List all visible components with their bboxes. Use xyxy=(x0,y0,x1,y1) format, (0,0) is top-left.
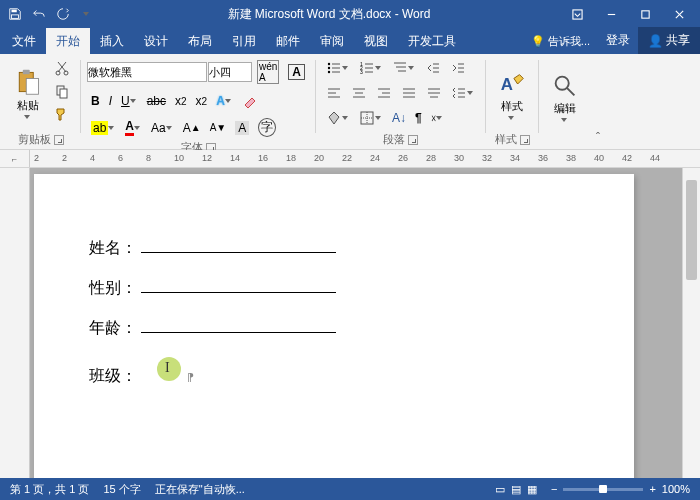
editing-button[interactable]: 编辑 xyxy=(545,57,585,135)
zoom-level[interactable]: 100% xyxy=(662,483,690,495)
zoom-slider[interactable] xyxy=(563,488,643,491)
page[interactable]: 姓名：性别：年龄：班级：⁋ xyxy=(34,174,634,478)
svg-rect-9 xyxy=(26,79,38,95)
styles-button[interactable]: A 样式 xyxy=(492,57,532,132)
close-icon[interactable] xyxy=(662,0,696,28)
group-paragraph: 123 A↓ ¶ ☓ 段落 xyxy=(318,57,483,149)
save-icon[interactable] xyxy=(4,3,26,25)
phonetic-guide-icon[interactable]: wénA xyxy=(253,57,283,87)
font-color-icon[interactable]: A xyxy=(121,116,146,139)
line-spacing-icon[interactable] xyxy=(447,82,479,104)
grow-font-icon[interactable]: A▲ xyxy=(179,118,205,138)
redo-icon[interactable] xyxy=(52,3,74,25)
font-name-combo[interactable] xyxy=(87,62,207,82)
maximize-icon[interactable] xyxy=(628,0,662,28)
indent-left-icon[interactable] xyxy=(421,57,445,79)
share-button[interactable]: 👤共享 xyxy=(638,27,700,54)
horizontal-ruler[interactable]: ⌐ 22468101214161820222426283032343638404… xyxy=(0,150,700,168)
strike-button[interactable]: abc xyxy=(143,91,170,111)
zoom-in-icon[interactable]: + xyxy=(649,483,655,495)
bullets-icon[interactable] xyxy=(322,57,354,79)
svg-text:3: 3 xyxy=(360,69,363,75)
align-center-icon[interactable] xyxy=(347,82,371,104)
window-title: 新建 Microsoft Word 文档.docx - Word xyxy=(98,6,560,23)
view-web-icon[interactable]: ▦ xyxy=(527,483,537,496)
underline-button[interactable]: U xyxy=(117,91,142,111)
shading-icon[interactable] xyxy=(322,107,354,129)
vertical-scrollbar[interactable] xyxy=(682,168,700,478)
tab-3[interactable]: 布局 xyxy=(178,28,222,54)
indent-right-icon[interactable] xyxy=(446,57,470,79)
form-field[interactable]: 年龄： xyxy=(89,317,579,339)
superscript-button[interactable]: x2 xyxy=(192,91,212,111)
svg-point-18 xyxy=(328,71,330,73)
svg-line-58 xyxy=(567,87,575,95)
clear-format-icon[interactable] xyxy=(238,90,262,112)
italic-button[interactable]: I xyxy=(105,91,116,111)
undo-icon[interactable] xyxy=(28,3,50,25)
copy-icon[interactable] xyxy=(50,80,74,102)
field-underline[interactable] xyxy=(141,237,336,253)
char-border-icon[interactable]: A xyxy=(284,61,309,83)
paste-button[interactable]: 粘贴 xyxy=(8,57,48,132)
collapse-ribbon-icon[interactable]: ˆ xyxy=(589,131,607,149)
sort-icon[interactable]: A↓ xyxy=(388,108,410,128)
subscript-button[interactable]: x2 xyxy=(171,91,191,111)
char-shading-icon[interactable]: A xyxy=(231,118,253,138)
show-marks-icon[interactable]: ¶ xyxy=(411,108,426,128)
share-icon: 👤 xyxy=(648,34,663,48)
tab-0[interactable]: 开始 xyxy=(46,28,90,54)
form-field[interactable]: 姓名： xyxy=(89,237,579,259)
align-left-icon[interactable] xyxy=(322,82,346,104)
vertical-ruler[interactable] xyxy=(0,168,30,478)
align-right-icon[interactable] xyxy=(372,82,396,104)
tab-file[interactable]: 文件 xyxy=(2,28,46,54)
enclose-char-icon[interactable]: 字 xyxy=(254,115,280,140)
shrink-font-icon[interactable]: A▼ xyxy=(206,119,231,136)
status-words[interactable]: 15 个字 xyxy=(103,482,140,497)
bold-button[interactable]: B xyxy=(87,91,104,111)
field-underline[interactable] xyxy=(141,317,336,333)
group-styles: A 样式 样式 xyxy=(488,57,536,149)
dialog-launcher-icon[interactable] xyxy=(520,135,530,145)
font-size-combo[interactable] xyxy=(208,62,252,82)
highlight-icon[interactable]: ab xyxy=(87,118,120,138)
tell-me[interactable]: 💡告诉我... xyxy=(523,29,598,54)
document-area[interactable]: 姓名：性别：年龄：班级：⁋ xyxy=(30,168,682,478)
zoom-out-icon[interactable]: − xyxy=(551,483,557,495)
format-painter-icon[interactable] xyxy=(50,103,74,125)
ribbon-options-icon[interactable] xyxy=(560,0,594,28)
form-field[interactable]: 班级：⁋ xyxy=(89,357,579,387)
tab-1[interactable]: 插入 xyxy=(90,28,134,54)
login-button[interactable]: 登录 xyxy=(598,27,638,54)
dialog-launcher-icon[interactable] xyxy=(54,135,64,145)
qat-dropdown-icon[interactable] xyxy=(76,3,98,25)
tab-5[interactable]: 邮件 xyxy=(266,28,310,54)
status-page[interactable]: 第 1 页，共 1 页 xyxy=(10,482,89,497)
tab-2[interactable]: 设计 xyxy=(134,28,178,54)
status-saving: 正在保存"自动恢... xyxy=(155,482,245,497)
view-print-icon[interactable]: ▤ xyxy=(511,483,521,496)
field-label: 姓名： xyxy=(89,238,137,259)
change-case-icon[interactable]: Aa xyxy=(147,118,178,138)
tab-8[interactable]: 开发工具 xyxy=(398,28,466,54)
borders-icon[interactable] xyxy=(355,107,387,129)
justify-icon[interactable] xyxy=(397,82,421,104)
form-field[interactable]: 性别： xyxy=(89,277,579,299)
tab-6[interactable]: 审阅 xyxy=(310,28,354,54)
tab-4[interactable]: 引用 xyxy=(222,28,266,54)
minimize-icon[interactable] xyxy=(594,0,628,28)
asian-layout-icon[interactable]: ☓ xyxy=(427,110,448,127)
distribute-icon[interactable] xyxy=(422,82,446,104)
text-effects-icon[interactable]: A xyxy=(212,91,237,111)
scrollbar-thumb[interactable] xyxy=(686,180,697,280)
view-read-icon[interactable]: ▭ xyxy=(495,483,505,496)
field-underline[interactable] xyxy=(141,277,336,293)
dialog-launcher-icon[interactable] xyxy=(408,135,418,145)
paragraph-mark-icon: ⁋ xyxy=(187,371,194,384)
cut-icon[interactable] xyxy=(50,57,74,79)
text-cursor-icon xyxy=(157,357,181,381)
tab-7[interactable]: 视图 xyxy=(354,28,398,54)
numbering-icon[interactable]: 123 xyxy=(355,57,387,79)
multilevel-icon[interactable] xyxy=(388,57,420,79)
